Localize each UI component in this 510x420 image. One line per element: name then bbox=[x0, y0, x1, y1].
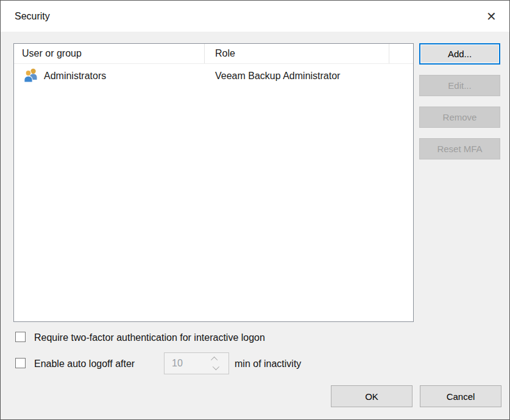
close-button[interactable]: ✕ bbox=[480, 5, 503, 27]
auto-logoff-label-after: min of inactivity bbox=[235, 359, 301, 369]
spinner-up-icon[interactable] bbox=[211, 357, 218, 363]
cancel-button[interactable]: Cancel bbox=[420, 385, 501, 407]
title-bar: Security ✕ bbox=[1, 1, 509, 32]
auto-logoff-checkbox[interactable] bbox=[15, 358, 26, 368]
dialog-title: Security bbox=[15, 1, 50, 32]
user-cell: Administrators bbox=[14, 68, 205, 85]
auto-logoff-label-before[interactable]: Enable auto logoff after bbox=[34, 359, 135, 369]
edit-button[interactable]: Edit... bbox=[419, 75, 500, 96]
column-header-role[interactable]: Role bbox=[205, 44, 389, 63]
column-header-user-or-group[interactable]: User or group bbox=[14, 44, 205, 63]
list-header: User or group Role bbox=[14, 44, 413, 64]
user-name: Administrators bbox=[44, 71, 106, 82]
role-cell: Veeam Backup Administrator bbox=[205, 71, 389, 82]
ok-button[interactable]: OK bbox=[331, 385, 413, 407]
add-button[interactable]: Add... bbox=[419, 43, 500, 65]
close-icon: ✕ bbox=[486, 9, 497, 24]
security-dialog: Security ✕ User or group Role Administra bbox=[0, 0, 510, 420]
table-row[interactable]: Administrators Veeam Backup Administrato… bbox=[14, 65, 413, 87]
auto-logoff-spinner[interactable]: 10 bbox=[164, 352, 229, 374]
group-users-icon bbox=[24, 68, 38, 85]
spinner-down-icon[interactable] bbox=[213, 363, 219, 370]
auto-logoff-value[interactable]: 10 bbox=[172, 353, 183, 374]
reset-mfa-button[interactable]: Reset MFA bbox=[419, 138, 500, 159]
user-role-list[interactable]: User or group Role Administrators Veeam … bbox=[13, 43, 414, 322]
two-factor-checkbox[interactable] bbox=[15, 332, 26, 342]
spinner-arrows bbox=[209, 353, 221, 374]
two-factor-label[interactable]: Require two-factor authentication for in… bbox=[34, 332, 265, 343]
remove-button[interactable]: Remove bbox=[419, 107, 500, 128]
